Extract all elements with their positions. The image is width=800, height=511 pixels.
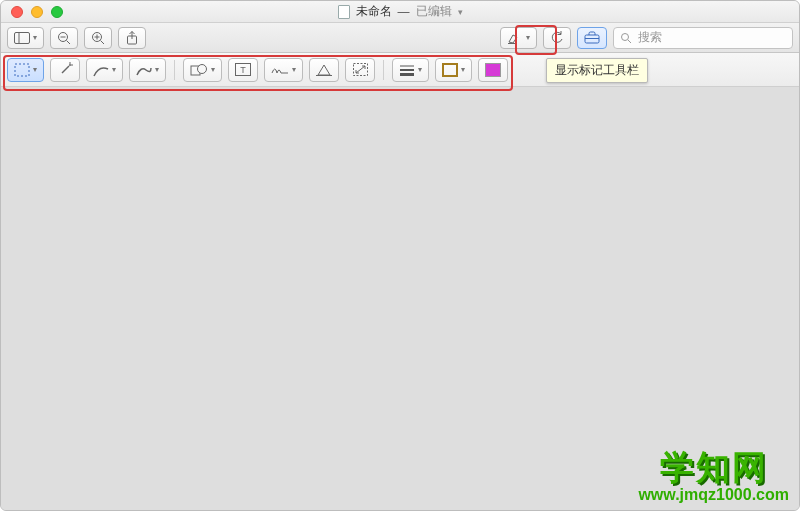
adjust-icon [316,63,332,76]
zoom-window-button[interactable] [51,6,63,18]
document-name: 未命名 [356,3,392,20]
zoom-in-button[interactable] [84,27,112,49]
main-toolbar: ▾ ▾ 搜索 [1,23,799,53]
highlighter-icon [507,32,523,44]
document-icon [338,5,350,19]
search-field[interactable]: 搜索 [613,27,793,49]
chevron-down-icon: ▾ [155,65,159,74]
markup-tooltip: 显示标记工具栏 [546,58,648,83]
search-icon [620,32,632,44]
svg-marker-26 [318,65,330,75]
chevron-down-icon: ▾ [526,33,530,42]
window-title-group[interactable]: 未命名 — 已编辑 ▾ [338,3,463,20]
svg-line-29 [356,66,365,73]
chevron-down-icon: ▾ [33,65,37,74]
edited-separator: — [398,5,410,19]
highlight-button[interactable]: ▾ [500,27,537,49]
svg-line-17 [62,66,69,73]
zoom-out-button[interactable] [50,27,78,49]
toolbar-separator [383,60,384,80]
rotate-icon [550,31,564,45]
svg-text:T: T [240,65,246,75]
svg-line-3 [67,40,71,44]
instant-alpha-button[interactable] [50,58,80,82]
svg-rect-16 [15,64,29,76]
brush-icon [136,63,152,77]
adjust-size-button[interactable] [345,58,375,82]
close-window-button[interactable] [11,6,23,18]
sidebar-icon [14,32,30,44]
markup-toolbar: ▾ ▾ ▾ ▾ T ▾ [1,53,799,87]
chevron-down-icon: ▾ [112,65,116,74]
magic-wand-icon [58,62,73,77]
fill-color-swatch [485,63,501,77]
rotate-button[interactable] [543,27,571,49]
draw-tool-button[interactable]: ▾ [129,58,166,82]
edited-status: 已编辑 [416,3,452,20]
border-color-swatch [442,63,458,77]
signature-icon [271,64,289,76]
svg-point-18 [69,64,71,66]
resize-icon [353,63,368,76]
pencil-icon [93,63,109,77]
text-box-icon: T [235,63,251,76]
rect-select-icon [14,63,30,77]
markup-toolbar-button[interactable] [577,27,607,49]
share-button[interactable] [118,27,146,49]
chevron-down-icon: ▾ [418,65,422,74]
zoom-in-icon [91,31,105,45]
sketch-tool-button[interactable]: ▾ [86,58,123,82]
line-weight-button[interactable]: ▾ [392,58,429,82]
svg-rect-0 [15,32,30,43]
chevron-down-icon: ▾ [292,65,296,74]
chevron-down-icon: ▾ [461,65,465,74]
svg-point-14 [622,33,629,40]
toolbox-icon [584,31,600,44]
line-weight-icon [399,64,415,76]
watermark-title: 学知网 [638,449,789,486]
watermark: 学知网 www.jmqz1000.com [638,449,789,504]
sign-button[interactable]: ▾ [264,58,303,82]
text-tool-button[interactable]: T [228,58,258,82]
traffic-lights [11,6,63,18]
watermark-url: www.jmqz1000.com [638,486,789,504]
chevron-down-icon: ▾ [211,65,215,74]
shapes-icon [190,63,208,77]
selection-tool-button[interactable]: ▾ [7,58,44,82]
fill-color-button[interactable] [478,58,508,82]
adjust-color-button[interactable] [309,58,339,82]
shapes-button[interactable]: ▾ [183,58,222,82]
zoom-out-icon [57,31,71,45]
svg-line-15 [628,40,631,43]
document-canvas[interactable] [1,87,799,510]
app-window: 未命名 — 已编辑 ▾ ▾ ▾ [0,0,800,511]
svg-point-22 [198,64,207,73]
svg-line-6 [101,40,105,44]
chevron-down-icon: ▾ [458,7,463,17]
search-placeholder: 搜索 [638,29,662,46]
minimize-window-button[interactable] [31,6,43,18]
share-icon [126,31,138,45]
toolbar-separator [174,60,175,80]
border-color-button[interactable]: ▾ [435,58,472,82]
chevron-down-icon: ▾ [33,33,37,42]
titlebar: 未命名 — 已编辑 ▾ [1,1,799,23]
sidebar-toggle-button[interactable]: ▾ [7,27,44,49]
